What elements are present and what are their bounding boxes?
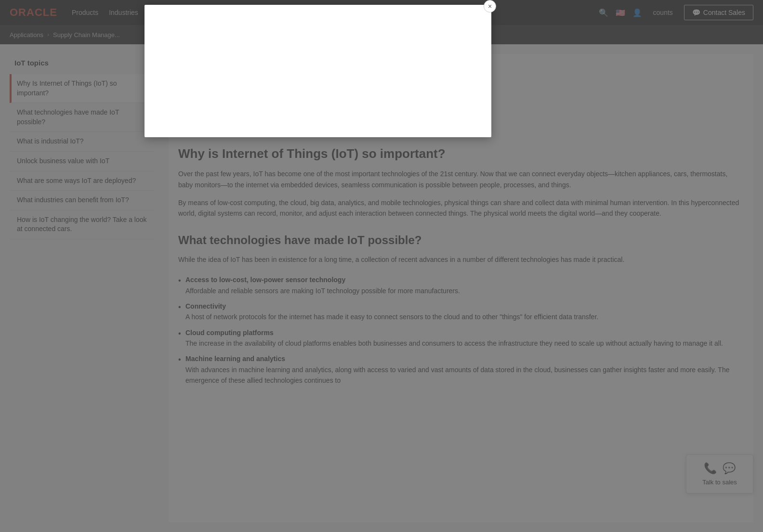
modal-close-button[interactable]: × <box>484 0 496 13</box>
modal: × <box>145 5 491 137</box>
